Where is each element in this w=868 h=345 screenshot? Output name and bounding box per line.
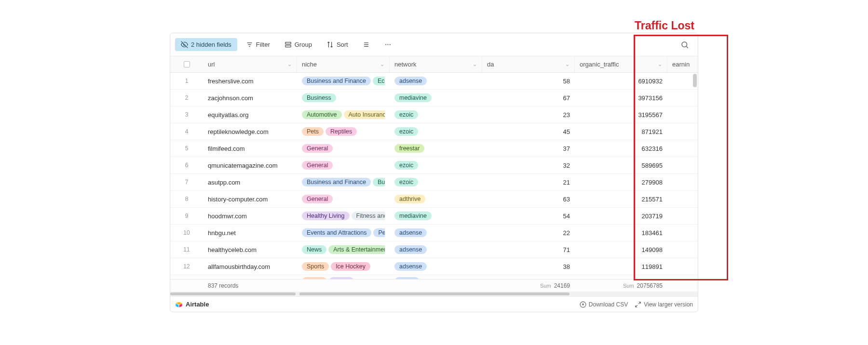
cell-organic-traffic[interactable]: 871921 (575, 123, 667, 140)
table-row[interactable]: 5filmifeed.comGeneralfreestar37632316 (170, 140, 698, 157)
cell-earning[interactable] (667, 157, 694, 173)
cell-organic-traffic[interactable]: 183461 (575, 225, 667, 241)
cell-niche[interactable]: Business and FinanceEcon (297, 73, 390, 89)
airtable-brand[interactable]: Airtable (175, 301, 209, 308)
cell-niche[interactable]: Business (297, 90, 390, 106)
scroll-thumb[interactable] (299, 292, 570, 295)
cell-organic-traffic[interactable]: 215571 (575, 191, 667, 207)
cell-niche[interactable]: NewsArts & Entertainmen (297, 241, 390, 258)
cell-niche[interactable]: AutomotiveAuto Insuranc (297, 106, 390, 123)
cell-url[interactable]: zacjohnson.com (203, 90, 297, 106)
table-row[interactable]: 8history-computer.comGeneraladthrive6321… (170, 191, 698, 208)
cell-network[interactable]: mediavine (390, 90, 482, 106)
cell-url[interactable]: hoodmwr.com (203, 208, 297, 224)
cell-da[interactable]: 67 (482, 90, 575, 106)
cell-url[interactable]: qmunicatemagazine.com (203, 157, 297, 173)
table-row[interactable]: 9hoodmwr.comHealthy LivingFitness andmed… (170, 208, 698, 225)
cell-earning[interactable] (667, 140, 694, 157)
cell-da[interactable]: 71 (482, 241, 575, 258)
view-larger-button[interactable]: View larger version (635, 301, 693, 308)
cell-url[interactable]: reptileknowledge.com (203, 123, 297, 140)
cell-earning[interactable] (667, 73, 694, 89)
cell-url[interactable]: fresherslive.com (203, 73, 297, 89)
scroll-thumb[interactable] (170, 292, 296, 295)
hidden-fields-button[interactable]: 2 hidden fields (175, 38, 237, 51)
cell-niche[interactable]: Events and AttractionsPer (297, 225, 390, 241)
cell-niche[interactable]: General (297, 140, 390, 157)
cell-organic-traffic[interactable]: 6910932 (575, 73, 667, 89)
cell-url[interactable]: asutpp.com (203, 174, 297, 190)
cell-organic-traffic[interactable]: 119891 (575, 258, 667, 275)
cell-earning[interactable] (667, 225, 694, 241)
cell-earning[interactable] (667, 106, 694, 123)
table-row[interactable]: 3equityatlas.orgAutomotiveAuto Insurance… (170, 106, 698, 123)
cell-network[interactable]: mediavine (390, 208, 482, 224)
horizontal-scrollbar[interactable] (170, 292, 698, 296)
cell-niche[interactable]: General (297, 157, 390, 173)
cell-da[interactable]: 22 (482, 225, 575, 241)
cell-network[interactable]: adsense (390, 225, 482, 241)
cell-earning[interactable] (667, 241, 694, 258)
cell-da[interactable]: 32 (482, 157, 575, 173)
table-row[interactable]: 6qmunicatemagazine.comGeneralezoic325896… (170, 157, 698, 174)
cell-da[interactable]: 63 (482, 191, 575, 207)
cell-earning[interactable] (667, 208, 694, 224)
cell-organic-traffic[interactable]: 149098 (575, 241, 667, 258)
filter-button[interactable]: Filter (240, 38, 276, 51)
cell-da[interactable]: 58 (482, 73, 575, 89)
row-height-button[interactable] (357, 38, 376, 51)
cell-earning[interactable] (667, 90, 694, 106)
cell-organic-traffic[interactable]: 3195567 (575, 106, 667, 123)
table-row[interactable]: 7asutpp.comBusiness and FinanceBusiezoic… (170, 174, 698, 191)
table-row-partial[interactable] (170, 275, 698, 279)
sort-button[interactable]: Sort (321, 38, 354, 51)
table-row[interactable]: 4reptileknowledge.comPetsReptilesezoic45… (170, 123, 698, 140)
cell-url[interactable]: filmifeed.com (203, 140, 297, 157)
select-all-checkbox[interactable] (184, 61, 190, 67)
cell-network[interactable]: adsense (390, 241, 482, 258)
cell-network[interactable]: adsense (390, 258, 482, 275)
cell-network[interactable]: ezoic (390, 123, 482, 140)
cell-network[interactable]: ezoic (390, 174, 482, 190)
cell-niche[interactable]: General (297, 191, 390, 207)
table-row[interactable]: 12allfamousbirthday.comSportsIce Hockeya… (170, 258, 698, 275)
column-header-url[interactable]: url ⌄ (203, 56, 297, 72)
table-row[interactable]: 11healthyceleb.comNewsArts & Entertainme… (170, 241, 698, 258)
cell-niche[interactable]: PetsReptiles (297, 123, 390, 140)
cell-earning[interactable] (667, 191, 694, 207)
cell-niche[interactable]: Healthy LivingFitness and (297, 208, 390, 224)
cell-da[interactable]: 54 (482, 208, 575, 224)
column-header-earning[interactable]: earnin (667, 56, 694, 72)
cell-url[interactable]: allfamousbirthday.com (203, 258, 297, 275)
cell-organic-traffic[interactable]: 279908 (575, 174, 667, 190)
cell-earning[interactable] (667, 123, 694, 140)
more-button[interactable] (379, 38, 397, 51)
cell-da[interactable]: 23 (482, 106, 575, 123)
cell-url[interactable]: history-computer.com (203, 191, 297, 207)
cell-niche[interactable]: Business and FinanceBusi (297, 174, 390, 190)
cell-da[interactable]: 37 (482, 140, 575, 157)
cell-network[interactable]: freestar (390, 140, 482, 157)
cell-da[interactable]: 38 (482, 258, 575, 275)
cell-da[interactable]: 21 (482, 174, 575, 190)
cell-organic-traffic[interactable]: 589695 (575, 157, 667, 173)
column-header-niche[interactable]: niche ⌄ (297, 56, 390, 72)
cell-url[interactable]: hnbgu.net (203, 225, 297, 241)
download-csv-button[interactable]: Download CSV (580, 301, 628, 308)
cell-url[interactable]: equityatlas.org (203, 106, 297, 123)
select-all-cell[interactable] (170, 56, 203, 72)
cell-network[interactable]: ezoic (390, 157, 482, 173)
search-icon[interactable] (680, 40, 689, 49)
table-row[interactable]: 10hnbgu.netEvents and AttractionsPeradse… (170, 225, 698, 241)
cell-network[interactable]: adsense (390, 73, 482, 89)
cell-network[interactable]: ezoic (390, 106, 482, 123)
vertical-scroll-thumb[interactable] (693, 74, 697, 87)
cell-da[interactable]: 45 (482, 123, 575, 140)
cell-network[interactable]: adthrive (390, 191, 482, 207)
cell-earning[interactable] (667, 174, 694, 190)
cell-organic-traffic[interactable]: 632316 (575, 140, 667, 157)
cell-organic-traffic[interactable]: 203719 (575, 208, 667, 224)
cell-niche[interactable]: SportsIce Hockey (297, 258, 390, 275)
column-header-organic-traffic[interactable]: organic_traffic ⌄ (575, 56, 667, 72)
table-row[interactable]: 1fresherslive.comBusiness and FinanceEco… (170, 73, 698, 90)
